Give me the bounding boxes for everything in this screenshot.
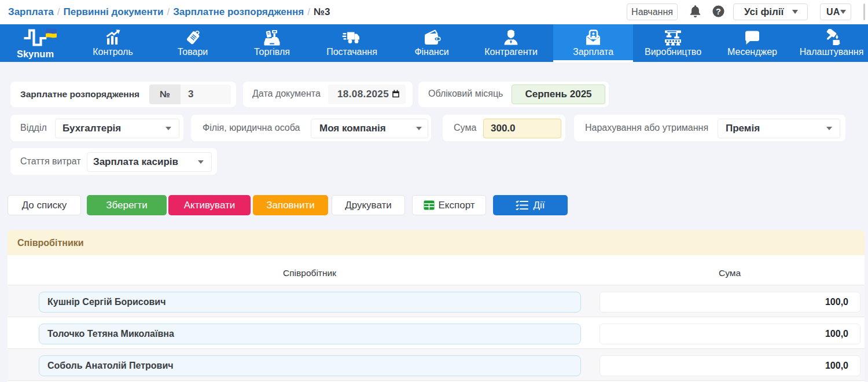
svg-text:?: ? — [716, 7, 721, 16]
svg-text:Skynum: Skynum — [17, 49, 54, 59]
